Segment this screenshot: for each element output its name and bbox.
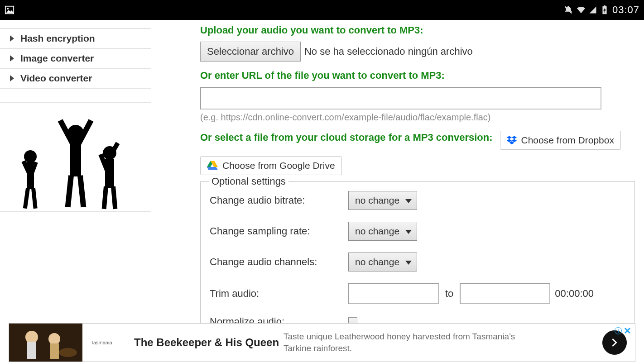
chevron-right-icon [10,75,14,81]
sampling-rate-select[interactable]: no change [348,222,417,241]
ad-tag: Tasmania [82,340,120,345]
ad-info-button[interactable]: i [615,327,622,334]
svg-rect-16 [77,175,86,207]
svg-rect-4 [604,5,606,7]
upload-heading: Upload your audio you want to convert to… [200,24,635,36]
url-example-text: (e.g. https://cdn.online-convert.com/exa… [200,112,635,123]
trim-label: Trim audio: [210,288,348,300]
sidebar-item-image-converter[interactable]: Image converter [0,49,151,69]
svg-rect-27 [50,343,59,359]
svg-point-26 [48,333,60,345]
sidebar-item-label: Image converter [20,53,94,64]
chevron-right-icon [10,21,14,27]
bitrate-label: Change audio bitrate: [210,195,348,206]
sidebar-item-hash-encryption[interactable]: Hash encryption [0,29,151,49]
choose-file-button[interactable]: Seleccionar archivo [200,42,301,62]
normalize-checkbox[interactable] [348,317,357,323]
ad-banner[interactable]: Tasmania The Beekeeper & His Queen Taste… [9,323,635,362]
vibrate-icon [563,5,573,15]
choose-dropbox-button[interactable]: Choose from Dropbox [500,131,621,150]
sidebar-item-video-converter[interactable]: Video converter [0,69,151,89]
chevron-right-icon [10,35,14,42]
svg-point-28 [59,348,77,357]
sidebar-item-label: Video converter [20,73,92,84]
svg-point-24 [25,331,38,343]
url-input[interactable] [200,87,601,110]
gdrive-button-label: Choose from Google Drive [222,160,335,171]
ad-thumbnail [9,324,82,362]
cell-signal-icon [589,5,597,15]
trim-to-input[interactable] [460,283,550,304]
google-drive-icon [207,161,218,171]
audio-channels-select[interactable]: no change [348,252,417,272]
url-heading: Or enter URL of the file you want to con… [200,70,635,81]
sampling-label: Change sampling rate: [210,225,348,237]
bitrate-select[interactable]: no change [348,191,417,210]
channels-label: Change audio channels: [210,256,348,268]
main-content: Upload your audio you want to convert to… [151,20,644,323]
status-clock: 03:07 [612,4,639,16]
trim-to-label: to [445,288,453,300]
svg-rect-10 [31,188,38,209]
svg-rect-21 [102,186,108,210]
file-chosen-status: No se ha seleccionado ningún archivo [304,46,473,57]
status-bar: 03:07 [0,0,644,20]
ad-description: Taste unique Leatherwood honey harvested… [284,331,528,354]
svg-rect-9 [23,188,30,209]
svg-rect-15 [65,175,74,207]
picture-icon [5,5,14,15]
svg-rect-22 [111,186,117,210]
cloud-heading: Or select a file from your cloud storage… [200,132,493,143]
normalize-label: Normalize audio: [210,316,348,323]
dropbox-button-label: Choose from Dropbox [521,135,614,146]
trim-from-input[interactable] [348,283,439,304]
optional-settings-legend: Optional settings [209,176,288,187]
sidebar-item-ebook-converter[interactable]: Ebook converter [0,20,151,29]
choose-gdrive-button[interactable]: Choose from Google Drive [200,156,342,175]
sidebar-item-label: Ebook converter [20,20,96,27]
battery-charging-icon [600,5,610,15]
sidebar-decorative-image [0,103,151,212]
trim-duration: 00:00:00 [555,288,594,300]
ad-close-button[interactable]: ✕ [623,325,632,336]
wifi-icon [576,5,586,15]
sidebar: Ebook converter Hash encryption Image co… [0,20,151,323]
svg-point-1 [7,8,9,10]
optional-settings-fieldset: Optional settings Change audio bitrate: … [200,181,635,323]
chevron-right-icon [10,55,14,62]
chevron-right-icon [610,338,620,348]
dropbox-icon [507,135,517,145]
sidebar-item-label: Hash encryption [20,33,95,44]
svg-rect-25 [27,342,36,359]
ad-title: The Beekeeper & His Queen [134,336,284,349]
